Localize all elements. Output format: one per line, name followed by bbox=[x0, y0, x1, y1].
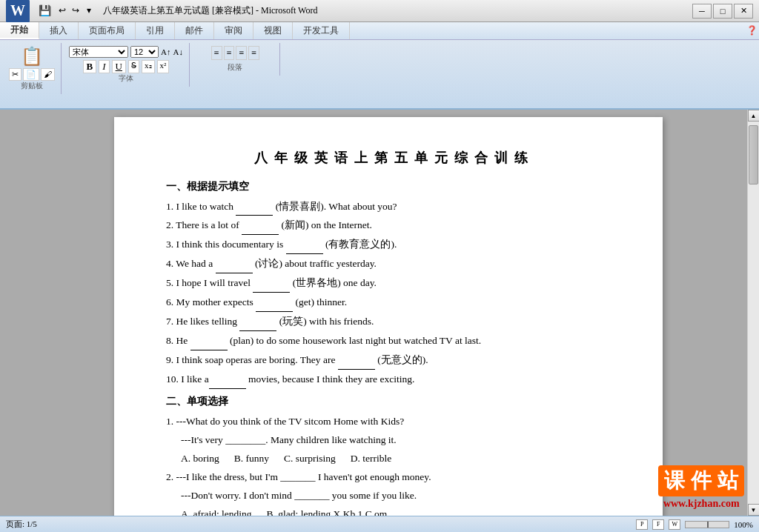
mc-q1-sub: ---It's very ________. Many children lik… bbox=[166, 432, 618, 449]
font-label: 字体 bbox=[119, 73, 133, 84]
fill-q3: 3. I think this documentary is (有教育意义的). bbox=[166, 236, 618, 254]
quick-dropdown[interactable]: ▾ bbox=[87, 5, 91, 16]
mc-q2-stem: 2. ---I like the dress, but I'm _______ … bbox=[166, 469, 618, 486]
blank3[interactable] bbox=[286, 236, 323, 254]
word-logo: W bbox=[6, 0, 30, 23]
tab-home[interactable]: 开始 bbox=[0, 22, 39, 39]
title-text: 八年级英语上第五单元试题 [兼容模式] - Microsoft Word bbox=[103, 4, 317, 17]
ribbon-group-clipboard: 📋 ✂ 📄 🖌 剪贴板 bbox=[3, 43, 62, 94]
section2-header: 二、单项选择 bbox=[166, 393, 618, 410]
italic-button[interactable]: I bbox=[99, 60, 109, 73]
align-left-button[interactable]: ≡ bbox=[211, 46, 222, 60]
tab-mail[interactable]: 邮件 bbox=[175, 22, 214, 39]
blank7[interactable] bbox=[239, 313, 276, 331]
view-full-button[interactable]: F bbox=[652, 519, 664, 530]
quick-redo[interactable]: ↪ bbox=[72, 5, 79, 16]
minimize-button[interactable]: ─ bbox=[692, 4, 712, 19]
blank9[interactable] bbox=[338, 352, 375, 370]
blank10[interactable] bbox=[209, 371, 246, 389]
left-margin bbox=[0, 110, 30, 516]
mc-q1-optC[interactable]: C. surprising bbox=[284, 450, 336, 468]
watermark-url: www.kjzhan.com bbox=[658, 498, 744, 510]
font-size-select[interactable]: 12 bbox=[130, 46, 159, 58]
mc-q1-optA[interactable]: A. boring bbox=[181, 450, 219, 468]
cut-button[interactable]: ✂ bbox=[9, 68, 21, 81]
blank1[interactable] bbox=[236, 199, 273, 216]
font-family-select[interactable]: 宋体 bbox=[69, 46, 128, 58]
copy-button[interactable]: 📄 bbox=[23, 68, 39, 81]
close-button[interactable]: ✕ bbox=[734, 4, 753, 19]
underline-button[interactable]: U bbox=[112, 60, 126, 73]
blank6[interactable] bbox=[256, 294, 293, 312]
scrollbar-down-button[interactable]: ▼ bbox=[748, 504, 760, 516]
clipboard-label: 剪贴板 bbox=[21, 81, 43, 91]
paste-button[interactable]: 📋 bbox=[21, 46, 43, 67]
blank5[interactable] bbox=[253, 275, 290, 293]
document-page: 八 年 级 英 语 上 第 五 单 元 综 合 训 练 一、根据提示填空 1. … bbox=[114, 117, 663, 516]
mc-q2-sub: ---Don't worry. I don't mind _______ you… bbox=[166, 488, 618, 505]
fill-q5: 5. I hope I will travel (世界各地) one day. bbox=[166, 275, 618, 293]
font-grow-button[interactable]: A↑ bbox=[161, 47, 170, 56]
ribbon-content: 📋 ✂ 📄 🖌 剪贴板 宋体 12 A↑ A↓ B I U S̶ x₂ x² 字… bbox=[0, 40, 759, 110]
align-center-button[interactable]: ≡ bbox=[224, 46, 235, 60]
maximize-button[interactable]: □ bbox=[713, 4, 732, 19]
scrollbar-track[interactable] bbox=[748, 122, 759, 504]
tab-layout[interactable]: 页面布局 bbox=[79, 22, 136, 39]
tab-developer[interactable]: 开发工具 bbox=[293, 22, 350, 39]
mc-q1-optB[interactable]: B. funny bbox=[234, 450, 269, 468]
format-painter-button[interactable]: 🖌 bbox=[41, 68, 55, 81]
zoom-slider[interactable] bbox=[685, 521, 729, 528]
fill-q6: 6. My mother expects (get) thinner. bbox=[166, 294, 618, 312]
view-web-button[interactable]: W bbox=[669, 519, 680, 530]
main-area: 八 年 级 英 语 上 第 五 单 元 综 合 训 练 一、根据提示填空 1. … bbox=[0, 110, 759, 516]
zoom-level: 100% bbox=[734, 520, 753, 529]
title-bar: W 💾 ↩ ↪ ▾ 八年级英语上第五单元试题 [兼容模式] - Microsof… bbox=[0, 0, 759, 22]
mc-q2-optA[interactable]: A. afraid; lending bbox=[181, 506, 252, 516]
scrollbar-thumb[interactable] bbox=[749, 125, 758, 184]
tab-references[interactable]: 引用 bbox=[136, 22, 175, 39]
watermark-brand: 课 件 站 bbox=[658, 465, 744, 496]
mc-q1-options: A. boring B. funny C. surprising D. terr… bbox=[181, 450, 618, 468]
scrollbar-up-button[interactable]: ▲ bbox=[748, 110, 760, 122]
fill-q9: 9. I think soap operas are boring. They … bbox=[166, 352, 618, 370]
tab-review[interactable]: 审阅 bbox=[214, 22, 253, 39]
ribbon-tabs: 开始 插入 页面布局 引用 邮件 审阅 视图 开发工具 ❓ bbox=[0, 22, 759, 40]
quick-save[interactable]: 💾 bbox=[39, 4, 51, 17]
view-print-button[interactable]: P bbox=[636, 519, 648, 530]
document-title: 八 年 级 英 语 上 第 五 单 元 综 合 训 练 bbox=[166, 147, 618, 170]
mc-q1-optD[interactable]: D. terrible bbox=[351, 450, 391, 468]
tab-insert[interactable]: 插入 bbox=[39, 22, 79, 39]
ribbon-group-paragraph: ≡ ≡ ≡ ≡ 段落 bbox=[191, 43, 280, 76]
align-right-button[interactable]: ≡ bbox=[236, 46, 247, 60]
subscript-button[interactable]: x₂ bbox=[142, 60, 155, 73]
title-bar-controls: ─ □ ✕ bbox=[692, 4, 753, 19]
mc-q2-optB[interactable]: B. glad; lending X Kb 1.C om bbox=[267, 506, 388, 516]
help-button[interactable]: ❓ bbox=[744, 22, 759, 39]
page-indicator: 页面: 1/5 bbox=[6, 519, 37, 530]
vertical-scrollbar[interactable]: ▲ ▼ bbox=[747, 110, 759, 516]
strikethrough-button[interactable]: S̶ bbox=[128, 60, 139, 73]
fill-q4: 4. We had a (讨论) about traffic yesterday… bbox=[166, 256, 618, 273]
ribbon-group-font: 宋体 12 A↑ A↓ B I U S̶ x₂ x² 字体 bbox=[63, 43, 190, 87]
quick-undo[interactable]: ↩ bbox=[59, 5, 66, 16]
blank2[interactable] bbox=[242, 217, 279, 235]
superscript-button[interactable]: x² bbox=[157, 60, 170, 73]
document-scroll-area[interactable]: 八 年 级 英 语 上 第 五 单 元 综 合 训 练 一、根据提示填空 1. … bbox=[30, 110, 747, 516]
bold-button[interactable]: B bbox=[83, 60, 97, 73]
blank8[interactable] bbox=[190, 333, 228, 350]
fill-q2: 2. There is a lot of (新闻) on the Interne… bbox=[166, 217, 618, 235]
fill-q1: 1. I like to watch (情景喜剧). What about yo… bbox=[166, 199, 618, 216]
section1-header: 一、根据提示填空 bbox=[166, 179, 618, 196]
fill-q7: 7. He likes telling (玩笑) with his friend… bbox=[166, 313, 618, 331]
mc-q2-options-row1: A. afraid; lending B. glad; lending X Kb… bbox=[181, 506, 618, 516]
blank4[interactable] bbox=[216, 256, 253, 273]
fill-q8: 8. He (plan) to do some housework last n… bbox=[166, 333, 618, 350]
fill-q10: 10. I like a movies, because I think the… bbox=[166, 371, 618, 389]
paragraph-label: 段落 bbox=[228, 62, 242, 73]
title-bar-left: W 💾 ↩ ↪ ▾ 八年级英语上第五单元试题 [兼容模式] - Microsof… bbox=[6, 0, 317, 23]
mc-q1-stem: 1. ---What do you think of the TV sitcom… bbox=[166, 413, 618, 430]
font-shrink-button[interactable]: A↓ bbox=[173, 47, 182, 56]
justify-button[interactable]: ≡ bbox=[248, 46, 259, 60]
tab-view[interactable]: 视图 bbox=[253, 22, 293, 39]
watermark: 课 件 站 www.kjzhan.com bbox=[658, 465, 744, 510]
